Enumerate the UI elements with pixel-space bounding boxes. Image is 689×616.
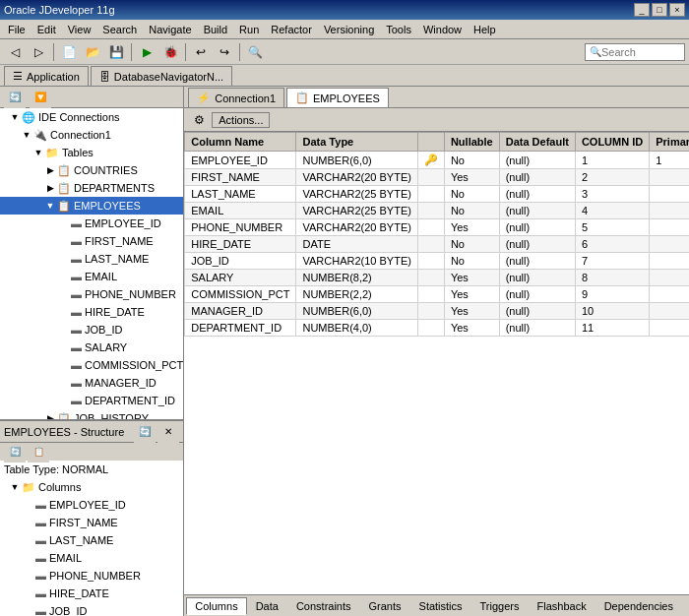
window-controls[interactable]: _ □ × <box>634 3 685 17</box>
table-row[interactable]: MANAGER_ID NUMBER(6,0) Yes (null) 10 Man… <box>185 303 689 320</box>
menu-search[interactable]: Search <box>96 22 143 37</box>
save-btn[interactable]: 💾 <box>105 41 127 63</box>
struct-job-id[interactable]: ▬ JOB_ID <box>0 602 183 616</box>
menu-build[interactable]: Build <box>198 22 233 37</box>
tab-constraints[interactable]: Constraints <box>287 597 360 615</box>
debug-btn[interactable]: 🐞 <box>159 41 181 63</box>
zoom-btn[interactable]: 🔍 <box>244 41 266 63</box>
run-btn[interactable]: ▶ <box>136 41 157 63</box>
tree-item-employee-id[interactable]: ▬ EMPLOYEE_ID <box>0 215 183 232</box>
search-icon: 🔍 <box>590 46 601 57</box>
table-row[interactable]: PHONE_NUMBER VARCHAR2(20 BYTE) Yes (null… <box>185 219 689 236</box>
tree-item-departments[interactable]: ▶ 📋 DEPARTMENTS <box>0 179 183 197</box>
menu-run[interactable]: Run <box>233 22 265 37</box>
tab-grants[interactable]: Grants <box>360 597 410 615</box>
tree-filter-btn[interactable]: 🔽 <box>30 87 51 108</box>
table-row[interactable]: DEPARTMENT_ID NUMBER(4,0) Yes (null) 11 … <box>185 320 689 337</box>
actions-button[interactable]: Actions... <box>212 112 270 128</box>
cell-default: (null) <box>499 219 575 236</box>
struct-phone-number[interactable]: ▬ PHONE_NUMBER <box>0 567 183 585</box>
search-input[interactable] <box>601 46 680 58</box>
tree-item-salary[interactable]: ▬ SALARY <box>0 339 183 356</box>
structure-columns-node[interactable]: ▼ 📁 Columns <box>0 478 183 496</box>
cell-default: (null) <box>499 303 575 320</box>
cell-nullable: Yes <box>444 303 499 320</box>
menu-view[interactable]: View <box>62 22 97 37</box>
tree-item-email[interactable]: ▬ EMAIL <box>0 268 183 285</box>
menu-edit[interactable]: Edit <box>31 22 62 37</box>
new-btn[interactable]: 📄 <box>58 41 80 63</box>
tree-item-phone-number[interactable]: ▬ PHONE_NUMBER <box>0 285 183 303</box>
tree-item-countries[interactable]: ▶ 📋 COUNTRIES <box>0 161 183 179</box>
expand-icon-ide: ▼ <box>8 112 22 122</box>
close-btn[interactable]: × <box>669 3 685 17</box>
cell-name: DEPARTMENT_ID <box>185 320 296 337</box>
tree-item-ide-connections[interactable]: ▼ 🌐 IDE Connections <box>0 108 183 126</box>
menu-navigate[interactable]: Navigate <box>143 22 197 37</box>
col-header-name: Column Name <box>185 133 296 152</box>
hire-date-label: HIRE_DATE <box>85 306 145 318</box>
table-row[interactable]: FIRST_NAME VARCHAR2(20 BYTE) Yes (null) … <box>185 169 689 186</box>
tree-refresh-btn[interactable]: 🔄 <box>4 87 26 108</box>
redo-btn[interactable]: ↪ <box>214 41 235 63</box>
table-row[interactable]: HIRE_DATE DATE No (null) 6 Date whe <box>185 236 689 253</box>
menu-window[interactable]: Window <box>417 22 468 37</box>
minimize-btn[interactable]: _ <box>634 3 650 17</box>
menu-file[interactable]: File <box>2 22 31 37</box>
tab-dbnavigator[interactable]: 🗄 DatabaseNavigatorN... <box>91 66 232 86</box>
table-row[interactable]: JOB_ID VARCHAR2(10 BYTE) No (null) 7 Cur… <box>185 253 689 270</box>
struct-last-name[interactable]: ▬ LAST_NAME <box>0 531 183 549</box>
tree-item-job-history[interactable]: ▶ 📋 JOB_HISTORY <box>0 409 183 419</box>
tree-item-connection1[interactable]: ▼ 🔌 Connection1 <box>0 126 183 144</box>
table-row[interactable]: EMPLOYEE_ID NUMBER(6,0) 🔑 No (null) 1 1 … <box>185 152 689 169</box>
tab-statistics[interactable]: Statistics <box>410 597 471 615</box>
struct-first-name[interactable]: ▬ FIRST_NAME <box>0 514 183 531</box>
struct-btn-1[interactable]: 🔄 <box>4 443 26 462</box>
tree-item-tables[interactable]: ▼ 📁 Tables <box>0 144 183 161</box>
structure-close-btn[interactable]: ✕ <box>157 421 179 443</box>
table-row[interactable]: EMAIL VARCHAR2(25 BYTE) No (null) 4 Emai… <box>185 203 689 219</box>
tab-columns[interactable]: Columns <box>186 597 246 615</box>
undo-btn[interactable]: ↩ <box>190 41 212 63</box>
data-table-container[interactable]: Column Name Data Type Nullable Data Defa… <box>184 132 689 594</box>
tree-item-commission-pct[interactable]: ▬ COMMISSION_PCT <box>0 356 183 374</box>
editor-tab-employees[interactable]: 📋 EMPLOYEES <box>286 88 389 107</box>
tree-item-manager-id[interactable]: ▬ MANAGER_ID <box>0 374 183 392</box>
menu-help[interactable]: Help <box>468 22 502 37</box>
table-row[interactable]: SALARY NUMBER(8,2) Yes (null) 8 Monthly … <box>185 270 689 286</box>
back-btn[interactable]: ◁ <box>4 41 26 63</box>
tab-data[interactable]: Data <box>247 597 287 615</box>
tree-item-hire-date[interactable]: ▬ HIRE_DATE <box>0 303 183 321</box>
tab-application[interactable]: ☰ Application <box>4 66 89 86</box>
tab-flashback[interactable]: Flashback <box>529 597 595 615</box>
maximize-btn[interactable]: □ <box>652 3 667 17</box>
tab-dependencies[interactable]: Dependencies <box>595 597 682 615</box>
struct-employee-id[interactable]: ▬ EMPLOYEE_ID <box>0 496 183 514</box>
menu-tools[interactable]: Tools <box>380 22 417 37</box>
email-label: EMAIL <box>85 271 117 282</box>
tree-item-employees[interactable]: ▼ 📋 EMPLOYEES <box>0 197 183 215</box>
menu-refactor[interactable]: Refactor <box>265 22 318 37</box>
struct-btn-2[interactable]: 📋 <box>28 443 49 462</box>
table-row[interactable]: LAST_NAME VARCHAR2(25 BYTE) No (null) 3 … <box>185 186 689 203</box>
editor-tab-connection1[interactable]: ⚡ Connection1 <box>188 88 284 107</box>
tree-item-last-name[interactable]: ▬ LAST_NAME <box>0 250 183 268</box>
open-btn[interactable]: 📂 <box>82 41 103 63</box>
forward-btn[interactable]: ▷ <box>28 41 49 63</box>
struct-hire-date[interactable]: ▬ HIRE_DATE <box>0 585 183 602</box>
tree-item-first-name[interactable]: ▬ FIRST_NAME <box>0 232 183 250</box>
tree-item-job-id[interactable]: ▬ JOB_ID <box>0 321 183 339</box>
struct-email[interactable]: ▬ EMAIL <box>0 549 183 567</box>
structure-tree[interactable]: 🔄 📋 Table Type: NORMAL ▼ 📁 Columns ▬ EM <box>0 443 183 616</box>
tab-triggers[interactable]: Triggers <box>471 597 529 615</box>
structure-btn-1[interactable]: 🔄 <box>134 421 156 443</box>
cell-name: SALARY <box>185 270 296 286</box>
menu-versioning[interactable]: Versioning <box>318 22 380 37</box>
table-row[interactable]: COMMISSION_PCT NUMBER(2,2) Yes (null) 9 … <box>185 286 689 303</box>
cell-pk <box>650 286 689 303</box>
tree-item-department-id-col[interactable]: ▬ DEPARTMENT_ID <box>0 392 183 409</box>
first-name-icon: ▬ <box>71 235 82 247</box>
cell-colid: 11 <box>575 320 649 337</box>
search-box[interactable]: 🔍 <box>585 43 685 61</box>
tree-panel[interactable]: ▼ 🌐 IDE Connections ▼ 🔌 Connection1 ▼ 📁 … <box>0 108 183 419</box>
